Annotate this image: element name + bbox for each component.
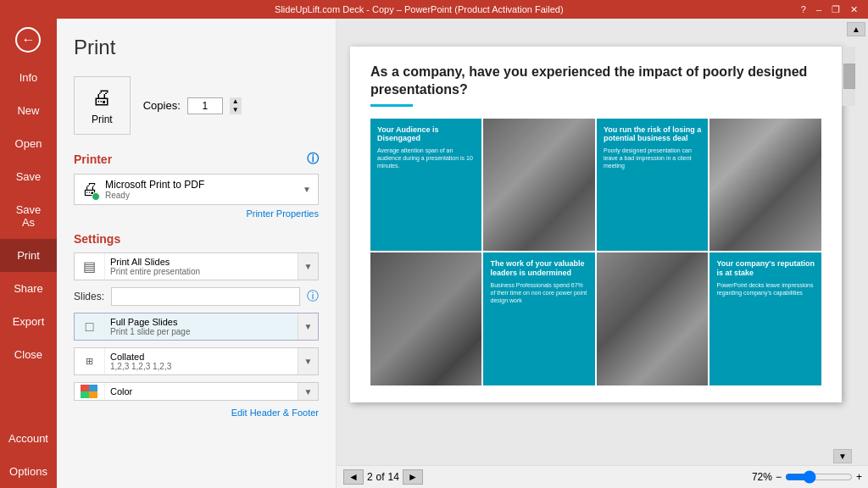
grid-cell-4 (709, 119, 821, 252)
settings-section: Settings ▤ Print All Slides Print entire… (74, 232, 319, 418)
setting1-sub: Print entire presentation (110, 267, 292, 276)
slides-input[interactable] (111, 287, 300, 306)
svg-rect-3 (89, 391, 97, 398)
page-prev-button[interactable]: ◄ (343, 469, 364, 485)
svg-rect-1 (89, 385, 97, 391)
sidebar-item-open[interactable]: Open (0, 127, 57, 160)
print-button-label: Print (92, 114, 113, 125)
minimize-button[interactable]: – (813, 4, 825, 14)
slides-info-icon[interactable]: ⓘ (307, 289, 319, 304)
slide-title: As a company, have you experienced the i… (370, 64, 821, 99)
settings-section-header: Settings (74, 232, 319, 246)
back-button[interactable]: ← (0, 19, 57, 61)
sidebar-item-info[interactable]: Info (0, 61, 57, 94)
setting1-arrow[interactable]: ▼ (298, 253, 318, 280)
copies-input[interactable] (188, 98, 222, 114)
printer-info-icon[interactable]: ⓘ (307, 152, 319, 167)
grid-cell-7 (597, 252, 709, 385)
setting2-arrow[interactable]: ▼ (298, 313, 318, 340)
full-page-icon: □ (75, 313, 105, 340)
sidebar-item-new[interactable]: New (0, 94, 57, 127)
grid-cell-3: You run the risk of losing a potential b… (597, 119, 709, 252)
print-button-area: 🖨 Print Copies: ▲ ▼ (74, 76, 319, 135)
copies-up-button[interactable]: ▲ (230, 97, 242, 106)
full-page-slides-row[interactable]: □ Full Page Slides Print 1 slide per pag… (74, 313, 319, 341)
svg-rect-0 (81, 385, 89, 391)
zoom-area: 72% − + (752, 470, 862, 484)
cell-3-overlay: You run the risk of losing a potential b… (597, 119, 709, 252)
setting1-content: Print All Slides Print entire presentati… (105, 253, 298, 280)
sidebar-item-save[interactable]: Save (0, 160, 57, 193)
zoom-slider[interactable] (785, 470, 853, 484)
setting3-sub: 1,2,3 1,2,3 1,2,3 (110, 362, 292, 371)
printer-section-label: Printer (74, 152, 112, 166)
grid-cell-1: Your Audience is Disengaged Average atte… (370, 119, 482, 252)
sidebar-item-close[interactable]: Close (0, 338, 57, 371)
settings-section-label: Settings (74, 232, 120, 246)
restore-button[interactable]: ❐ (828, 4, 843, 15)
app-container: ← Info New Open Save Save As Print Share… (0, 19, 868, 488)
printer-section-header: Printer ⓘ (74, 152, 319, 167)
preview-bottom-bar: ◄ 2 of 14 ► 72% − + (337, 465, 868, 488)
grid-cell-8: Your company's reputation is at stake Po… (709, 252, 821, 385)
sidebar-item-share[interactable]: Share (0, 272, 57, 305)
setting1-label: Print All Slides (110, 257, 292, 267)
scroll-down-button[interactable]: ▼ (833, 449, 852, 463)
title-bar: SlideUpLift.com Deck - Copy – PowerPoint… (0, 0, 868, 19)
copies-spinner-buttons: ▲ ▼ (230, 97, 242, 114)
sidebar-item-save-as[interactable]: Save As (0, 193, 57, 239)
slide-underline (370, 104, 413, 107)
title-bar-title: SlideUpLift.com Deck - Copy – PowerPoint… (41, 4, 798, 14)
scroll-thumb (843, 64, 855, 89)
close-button[interactable]: ✕ (847, 4, 861, 15)
slides-label: Slides: (74, 291, 104, 302)
print-button[interactable]: 🖨 Print (74, 76, 131, 135)
printer-properties-link[interactable]: Printer Properties (74, 208, 319, 219)
print-all-slides-row[interactable]: ▤ Print All Slides Print entire presenta… (74, 252, 319, 280)
copies-area: Copies: ▲ ▼ (143, 97, 242, 114)
zoom-in-icon: + (856, 471, 862, 483)
page-next-button[interactable]: ► (403, 469, 423, 485)
cell-1-overlay: Your Audience is Disengaged Average atte… (370, 119, 482, 252)
printer-ready-dot (92, 192, 100, 201)
slide-preview: As a company, have you experienced the i… (350, 47, 842, 402)
collated-row[interactable]: ⊞ Collated 1,2,3 1,2,3 1,2,3 ▼ (74, 347, 319, 375)
sidebar-item-account[interactable]: Account (0, 422, 57, 455)
setting4-label: Color (110, 386, 292, 396)
cell-8-body: PowerPoint decks leave impressions regar… (716, 281, 815, 297)
printer-icon-area: 🖨 (81, 180, 98, 199)
back-circle-icon: ← (15, 27, 41, 53)
printer-select[interactable]: 🖨 Microsoft Print to PDF Ready ▼ (74, 174, 319, 205)
sidebar-item-print[interactable]: Print (0, 239, 57, 272)
grid-cell-6: The work of your valuable leaders is und… (483, 252, 595, 385)
content-area: Print 🖨 Print Copies: ▲ ▼ (57, 19, 868, 488)
sidebar-item-export[interactable]: Export (0, 305, 57, 338)
help-button[interactable]: ? (798, 4, 810, 14)
print-panel: Print 🖨 Print Copies: ▲ ▼ (57, 19, 337, 488)
edit-header-footer-link[interactable]: Edit Header & Footer (74, 408, 319, 418)
collated-icon: ⊞ (75, 348, 105, 374)
page-of-label: of (376, 471, 385, 483)
color-row[interactable]: Color ▼ (74, 382, 319, 401)
setting3-label: Collated (110, 352, 292, 362)
sidebar: ← Info New Open Save Save As Print Share… (0, 19, 57, 488)
setting3-arrow[interactable]: ▼ (298, 348, 318, 374)
setting2-content: Full Page Slides Print 1 slide per page (105, 313, 298, 340)
slides-icon: ▤ (75, 253, 105, 280)
preview-right-scrollbar[interactable] (842, 47, 855, 106)
copies-down-button[interactable]: ▼ (230, 106, 242, 114)
page-nav: ◄ 2 of 14 ► (343, 469, 423, 485)
printer-name: Microsoft Print to PDF (105, 179, 296, 191)
cell-1-body: Average attention span of an audience du… (377, 147, 476, 169)
cell-3-title: You run the risk of losing a potential b… (604, 125, 702, 144)
setting2-sub: Print 1 slide per page (110, 327, 292, 336)
grid-cell-2 (483, 119, 595, 252)
cell-6-overlay: The work of your valuable leaders is und… (483, 252, 595, 385)
svg-rect-2 (81, 391, 89, 398)
sidebar-item-options[interactable]: Options (0, 455, 57, 488)
setting4-arrow[interactable]: ▼ (298, 383, 318, 400)
cell-8-overlay: Your company's reputation is at stake Po… (709, 252, 821, 385)
scroll-up-button[interactable]: ▲ (847, 22, 865, 36)
sidebar-spacer (0, 371, 57, 422)
printer-info: Microsoft Print to PDF Ready (105, 179, 296, 200)
